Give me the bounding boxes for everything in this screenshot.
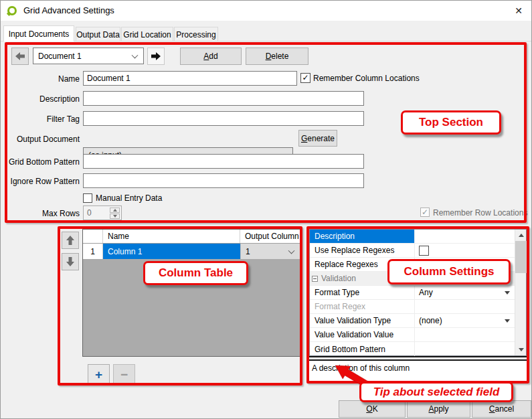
triangle-up-icon xyxy=(113,209,117,212)
scrollbar-up-button[interactable] xyxy=(515,230,527,241)
settings-scrollbar[interactable] xyxy=(515,230,526,355)
dropdown-arrow-icon[interactable] xyxy=(505,319,510,323)
remember-column-locations-checkbox[interactable]: ✓ xyxy=(300,73,311,83)
top-section-annotation-label: Top Section xyxy=(401,110,501,135)
title-bar: Grid Advanced Settings ✕ xyxy=(1,1,532,21)
max-rows-stepper[interactable]: 0 xyxy=(83,205,122,220)
delete-button-label: Delete xyxy=(246,52,308,61)
remember-row-locations-checkbox: ✓ xyxy=(420,207,430,217)
max-rows-value: 0 xyxy=(87,208,92,218)
property-label: Value Validation Value xyxy=(310,328,415,341)
property-label: Format Regex xyxy=(310,300,415,313)
generate-button-label: Generate xyxy=(299,134,337,143)
add-column-button[interactable]: + xyxy=(88,364,110,385)
tip-annotation-label: Tip about selected field xyxy=(359,382,513,402)
previous-document-button[interactable] xyxy=(11,48,29,65)
header-output-column: Output Column xyxy=(240,230,300,243)
scrollbar-down-button[interactable] xyxy=(515,344,527,355)
add-button[interactable]: Add xyxy=(180,48,242,65)
value-validation-type-value: (none) xyxy=(419,316,442,325)
plus-icon: + xyxy=(95,367,102,382)
up-arrow-icon xyxy=(66,235,75,246)
checkmark-icon: ✓ xyxy=(422,207,428,217)
manual-entry-data-label: Manual Entry Data xyxy=(96,193,162,203)
property-label: Value Validation Type xyxy=(310,314,415,327)
use-replace-regexes-checkbox[interactable] xyxy=(419,246,429,256)
tab-input-documents[interactable]: Input Documents xyxy=(3,25,74,41)
add-button-label: Add xyxy=(181,52,241,61)
move-column-up-button[interactable] xyxy=(62,232,79,249)
row-number-cell[interactable]: 1 xyxy=(83,244,103,259)
column-settings-grid: Description Use Replace Regexes Replace … xyxy=(309,229,527,356)
property-row-format-type[interactable]: Format Type Any xyxy=(310,286,515,300)
property-label: Use Replace Regexes xyxy=(310,244,415,257)
manual-entry-data-checkbox[interactable] xyxy=(83,193,92,203)
property-row-use-replace-regexes[interactable]: Use Replace Regexes xyxy=(310,244,515,258)
collapse-expander-icon[interactable] xyxy=(312,276,318,282)
chevron-down-icon xyxy=(288,247,295,254)
generate-button[interactable]: Generate xyxy=(298,130,337,147)
ok-button-label: OK xyxy=(339,404,405,414)
next-document-button[interactable] xyxy=(147,48,165,65)
apply-button[interactable]: Apply xyxy=(407,400,470,418)
max-rows-label: Max Rows xyxy=(6,209,80,218)
column-table-annotation-label: Column Table xyxy=(143,261,248,285)
tab-output-data[interactable]: Output Data xyxy=(76,27,120,41)
delete-button[interactable]: Delete xyxy=(246,48,308,65)
ignore-row-pattern-input[interactable] xyxy=(83,173,364,188)
property-row-format-regex: Format Regex xyxy=(310,300,515,314)
name-input[interactable] xyxy=(83,71,297,86)
forward-arrow-icon xyxy=(151,52,161,61)
property-label: Description xyxy=(310,230,415,243)
chevron-down-icon xyxy=(132,52,139,58)
spinner-up-button[interactable] xyxy=(110,207,120,213)
remove-column-button[interactable]: − xyxy=(113,364,135,385)
column-settings-annotation-label: Column Settings xyxy=(387,259,511,284)
property-value[interactable] xyxy=(415,230,515,243)
property-row-description[interactable]: Description xyxy=(310,230,515,244)
property-value[interactable] xyxy=(415,328,515,341)
ok-button[interactable]: OK xyxy=(339,400,406,418)
move-column-down-button[interactable] xyxy=(62,253,79,270)
column-table-header: Name Output Column xyxy=(83,230,300,244)
remember-column-locations-label: Remember Column Locations xyxy=(313,74,420,83)
tab-grid-location[interactable]: Grid Location xyxy=(121,27,173,41)
close-icon[interactable]: ✕ xyxy=(509,3,528,19)
triangle-down-icon xyxy=(519,348,524,351)
table-row[interactable]: 1 Column 1 1 xyxy=(83,244,300,259)
tab-divider xyxy=(1,41,532,41)
property-value[interactable] xyxy=(415,244,515,257)
triangle-down-icon xyxy=(113,215,117,218)
apply-button-label: Apply xyxy=(408,404,470,414)
output-column-value: 1 xyxy=(246,247,250,256)
spinner-down-button[interactable] xyxy=(110,214,120,219)
cancel-button[interactable]: Cancel xyxy=(472,400,531,418)
output-document-label: Output Document xyxy=(6,135,80,144)
description-input[interactable] xyxy=(83,91,364,106)
column-name-cell[interactable]: Column 1 xyxy=(103,244,240,259)
property-row-value-validation-value[interactable]: Value Validation Value xyxy=(310,328,515,342)
property-row-grid-bottom-pattern[interactable]: Grid Bottom Pattern xyxy=(310,342,515,356)
document-selector-value: Document 1 xyxy=(38,52,82,61)
checkmark-icon: ✓ xyxy=(302,73,308,82)
tab-processing[interactable]: Processing xyxy=(174,27,218,41)
dropdown-arrow-icon[interactable] xyxy=(505,291,510,295)
cancel-button-label: Cancel xyxy=(472,404,531,414)
output-column-cell[interactable]: 1 xyxy=(240,244,300,259)
property-row-value-validation-type[interactable]: Value Validation Type (none) xyxy=(310,314,515,328)
property-value[interactable]: Any xyxy=(415,286,515,299)
property-value[interactable]: (none) xyxy=(415,314,515,327)
document-selector-dropdown[interactable]: Document 1 xyxy=(33,48,144,64)
back-arrow-icon xyxy=(15,52,25,61)
filter-tag-input[interactable] xyxy=(83,111,364,126)
app-logo-icon xyxy=(7,6,17,15)
settings-tip-divider xyxy=(309,356,527,361)
scrollbar-thumb[interactable] xyxy=(515,241,527,273)
description-label: Description xyxy=(6,94,80,104)
header-name: Name xyxy=(103,230,240,243)
grid-bottom-pattern-label: Grid Bottom Pattern xyxy=(6,157,80,167)
format-type-value: Any xyxy=(419,288,433,297)
window-title: Grid Advanced Settings xyxy=(23,5,114,15)
property-value[interactable] xyxy=(415,342,515,356)
grid-bottom-pattern-input[interactable] xyxy=(83,154,364,169)
